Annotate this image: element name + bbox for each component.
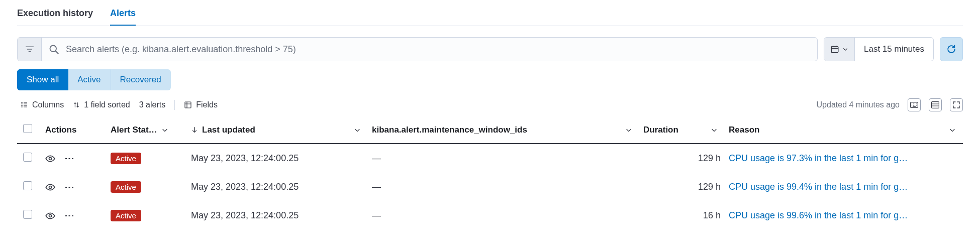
sort-icon xyxy=(73,101,80,108)
fields-label: Fields xyxy=(196,100,218,109)
reason-link[interactable]: CPU usage is 99.4% in the last 1 min for… xyxy=(729,182,959,192)
table-row: ActiveMay 23, 2023, 12:24:00.25—16 hCPU … xyxy=(17,201,963,230)
display-options-button[interactable] xyxy=(929,98,942,111)
filter-active[interactable]: Active xyxy=(68,69,110,90)
cell-maintenance-window: — xyxy=(368,173,639,201)
view-details-button[interactable] xyxy=(45,182,55,192)
svg-point-9 xyxy=(49,186,52,188)
row-checkbox[interactable] xyxy=(23,153,32,162)
svg-rect-6 xyxy=(65,158,67,159)
tab-alerts[interactable]: Alerts xyxy=(110,4,136,26)
tabs: Execution history Alerts xyxy=(17,4,963,26)
search-input[interactable] xyxy=(65,44,810,55)
col-select xyxy=(17,116,41,144)
keyboard-icon xyxy=(910,102,918,108)
svg-rect-11 xyxy=(69,187,70,188)
sorted-button[interactable]: 1 field sorted xyxy=(73,100,130,109)
search-wrap xyxy=(17,37,818,61)
svg-rect-15 xyxy=(69,215,70,216)
svg-rect-4 xyxy=(932,102,939,108)
cell-duration: 16 h xyxy=(639,201,725,230)
svg-rect-8 xyxy=(72,158,73,159)
list-icon xyxy=(931,101,939,108)
row-checkbox[interactable] xyxy=(23,210,32,219)
chevron-down-icon xyxy=(161,127,168,134)
filter-show-all[interactable]: Show all xyxy=(17,69,68,90)
columns-button[interactable]: Columns xyxy=(20,100,64,109)
table-row: ActiveMay 23, 2023, 12:24:00.25—129 hCPU… xyxy=(17,173,963,201)
reason-link[interactable]: CPU usage is 97.3% in the last 1 min for… xyxy=(729,153,959,164)
more-actions-button[interactable] xyxy=(64,214,74,217)
columns-icon xyxy=(20,101,28,109)
fullscreen-button[interactable] xyxy=(950,98,963,111)
row-checkbox[interactable] xyxy=(23,181,32,190)
more-actions-button[interactable] xyxy=(64,186,74,189)
svg-rect-12 xyxy=(72,187,73,188)
time-quick-select[interactable] xyxy=(824,38,855,61)
col-actions-label: Actions xyxy=(45,125,76,135)
col-status-label: Alert Stat… xyxy=(111,125,157,135)
col-reason-label: Reason xyxy=(729,125,759,135)
svg-rect-16 xyxy=(72,215,73,216)
fields-button[interactable]: Fields xyxy=(184,100,218,109)
col-mw-label: kibana.alert.maintenance_window_ids xyxy=(372,125,527,135)
view-details-button[interactable] xyxy=(45,154,55,164)
alerts-table: Actions Alert Stat… Last updated xyxy=(17,116,963,230)
svg-rect-10 xyxy=(65,187,67,188)
calendar-icon xyxy=(830,45,839,54)
cell-maintenance-window: — xyxy=(368,201,639,230)
search-icon xyxy=(49,44,59,54)
filter-icon xyxy=(25,45,34,54)
col-status[interactable]: Alert Stat… xyxy=(107,116,187,144)
col-duration[interactable]: Duration xyxy=(639,116,725,144)
cell-last-updated: May 23, 2023, 12:24:00.25 xyxy=(187,144,368,173)
svg-rect-7 xyxy=(69,158,70,159)
svg-rect-14 xyxy=(65,215,67,216)
chevron-down-icon xyxy=(354,127,361,134)
more-actions-button[interactable] xyxy=(64,157,74,160)
svg-rect-1 xyxy=(831,46,838,52)
col-updated-label: Last updated xyxy=(202,125,255,135)
search-box xyxy=(42,38,817,61)
col-maintenance-window[interactable]: kibana.alert.maintenance_window_ids xyxy=(368,116,639,144)
table-header-row: Actions Alert Stat… Last updated xyxy=(17,116,963,144)
filter-recovered[interactable]: Recovered xyxy=(111,69,171,90)
cell-maintenance-window: — xyxy=(368,144,639,173)
col-actions: Actions xyxy=(41,116,107,144)
status-badge: Active xyxy=(111,181,141,193)
keyboard-shortcuts-button[interactable] xyxy=(908,98,921,111)
cell-last-updated: May 23, 2023, 12:24:00.25 xyxy=(187,173,368,201)
updated-label: Updated 4 minutes ago xyxy=(817,100,900,109)
toolbar: Last 15 minutes xyxy=(17,37,963,61)
cell-last-updated: May 23, 2023, 12:24:00.25 xyxy=(187,201,368,230)
chevron-down-icon xyxy=(842,46,848,52)
col-reason[interactable]: Reason xyxy=(725,116,963,144)
col-last-updated[interactable]: Last updated xyxy=(187,116,368,144)
table-row: ActiveMay 23, 2023, 12:24:00.25—129 hCPU… xyxy=(17,144,963,173)
view-details-button[interactable] xyxy=(45,211,55,221)
sort-desc-icon xyxy=(191,127,198,134)
time-picker: Last 15 minutes xyxy=(824,37,934,61)
select-all-checkbox[interactable] xyxy=(23,124,32,133)
fullscreen-icon xyxy=(952,101,960,109)
fields-icon xyxy=(184,101,192,109)
col-duration-label: Duration xyxy=(643,125,678,135)
reason-link[interactable]: CPU usage is 99.6% in the last 1 min for… xyxy=(729,210,959,221)
tab-execution-history[interactable]: Execution history xyxy=(17,4,93,26)
svg-rect-2 xyxy=(185,102,191,108)
columns-label: Columns xyxy=(32,100,64,109)
filter-button[interactable] xyxy=(18,38,42,61)
refresh-button[interactable] xyxy=(940,37,963,61)
alert-count: 3 alerts xyxy=(139,100,165,109)
cell-duration: 129 h xyxy=(639,144,725,173)
refresh-icon xyxy=(946,44,956,54)
chevron-down-icon xyxy=(949,127,956,134)
svg-point-5 xyxy=(49,157,52,160)
status-badge: Active xyxy=(111,210,141,221)
status-badge: Active xyxy=(111,153,141,164)
svg-point-13 xyxy=(49,214,52,217)
chevron-down-icon xyxy=(711,127,718,134)
time-range-label[interactable]: Last 15 minutes xyxy=(855,38,933,61)
status-filter-group: Show all Active Recovered xyxy=(17,69,171,90)
sorted-label: 1 field sorted xyxy=(84,100,130,109)
